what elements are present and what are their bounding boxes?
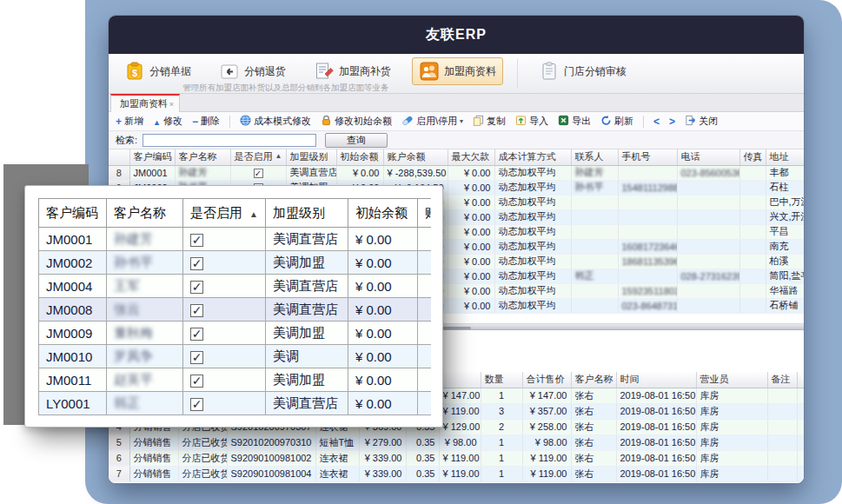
cell: ¥ 98.00	[439, 434, 481, 450]
toolbar-button-启用\停用[interactable]: 启用\停用▾	[401, 115, 463, 129]
blurred-text: 023-85600536	[681, 168, 740, 178]
toolbar-button-删除[interactable]: −删除	[192, 115, 220, 128]
column-header[interactable]: 合计售价	[522, 372, 571, 388]
column-header[interactable]: 手机号	[618, 149, 677, 165]
blurred-text: 孙书平	[114, 255, 153, 269]
table-row[interactable]: JM0010罗凤争✓美调¥ 0.00	[39, 345, 432, 368]
enabled-checkbox[interactable]: ✓	[190, 375, 203, 388]
column-header[interactable]: 是否启用▲	[183, 199, 266, 228]
cell: 1	[481, 466, 522, 481]
cell	[677, 180, 739, 195]
column-header[interactable]: 联系人	[571, 149, 618, 165]
chevron-down-icon[interactable]: ▾	[460, 117, 463, 125]
cell: 韩正	[571, 269, 618, 283]
ribbon-button-2[interactable]: 分销退货	[212, 57, 293, 85]
table-row[interactable]: JM0001孙建芳✓美调直营店¥ 0.00	[39, 228, 432, 251]
cell: S92010200970310	[227, 434, 315, 450]
column-header[interactable]: 最大欠款	[448, 149, 494, 165]
column-header[interactable]: 初始余额	[348, 199, 418, 228]
cell	[739, 224, 766, 239]
enabled-checkbox[interactable]: ✓	[190, 234, 203, 247]
enabled-checkbox[interactable]: ✓	[190, 351, 203, 364]
toolbar-button-导入[interactable]: 导入	[515, 115, 548, 128]
header-row: 客户编码客户名称是否启用▲加盟级别初始余额账	[39, 199, 432, 228]
column-header[interactable]: 数量	[481, 372, 522, 388]
table-row[interactable]: JM0002孙书平✓美调加盟¥ 0.00	[39, 251, 432, 275]
enabled-checkbox[interactable]: ✓	[190, 398, 203, 411]
column-header[interactable]	[439, 372, 481, 388]
blurred-text: 张云	[114, 302, 140, 316]
column-header[interactable]	[797, 372, 804, 388]
cell: 分店已收货	[178, 450, 227, 466]
cell: 连衣裙	[315, 450, 359, 466]
cell: JM0008	[39, 298, 107, 322]
enabled-checkbox[interactable]: ✓	[254, 169, 263, 178]
column-header[interactable]: 账	[418, 199, 432, 228]
column-header[interactable]: 营业员	[696, 372, 767, 388]
toolbar-button-复制[interactable]: 复制	[473, 115, 506, 128]
table-row[interactable]: JM0004王军✓美调直营店¥ 0.00	[39, 275, 432, 298]
cell: 孙建芳	[107, 228, 183, 251]
toolbar-button-chevron-right-icon[interactable]: >	[669, 116, 675, 128]
table-row[interactable]: JM0008张云✓美调直营店¥ 0.00	[39, 298, 432, 322]
cell: 张右	[571, 434, 616, 450]
ribbon-button-1[interactable]: $分销单据	[117, 57, 198, 85]
table-row[interactable]: 8JM0001孙建芳✓美调直营店¥ 0.00¥ -288,539.50¥ 0.0…	[109, 165, 804, 180]
cell: 18681135396	[618, 254, 677, 269]
toolbar-button-成本模式修改[interactable]: 成本模式修改	[240, 115, 311, 128]
edit-triangle-icon: ▲	[153, 116, 161, 127]
search-input[interactable]	[143, 134, 316, 147]
toolbar-button-修改[interactable]: ▲修改	[153, 115, 182, 128]
toolbar-button-刷新[interactable]: 刷新	[600, 115, 633, 128]
toolbar-button-导出[interactable]: 导出	[558, 115, 591, 128]
query-button[interactable]: 查询	[325, 133, 388, 148]
column-header[interactable]: 加盟级别	[286, 149, 336, 165]
column-header[interactable]: 账户余额	[383, 149, 448, 165]
column-header[interactable]: 客户编码	[39, 199, 107, 228]
column-header[interactable]: 初始余额	[336, 149, 383, 165]
column-header[interactable]: 备注	[767, 372, 797, 388]
table-row[interactable]: 6分销销售分店已收货S92090100981002连衣裙¥ 339.000.35…	[109, 450, 804, 466]
table-row[interactable]: JM0009董秋梅✓美调加盟¥ 0.00	[39, 322, 432, 345]
ribbon-group-separator	[517, 59, 518, 89]
column-header[interactable]: 客户名称	[571, 372, 616, 388]
toolbar-button-新增[interactable]: +新增	[116, 115, 143, 128]
blurred-text: 韩正	[114, 395, 140, 410]
table-row[interactable]: 7分销销售分店已收货S92090100981004连衣裙¥ 339.000.35…	[109, 466, 804, 481]
cell: ¥ 339.00	[359, 466, 406, 481]
ribbon-button-5[interactable]: 门店分销审核	[532, 57, 633, 85]
column-header[interactable]: 电话	[677, 149, 739, 165]
enabled-checkbox[interactable]: ✓	[190, 304, 203, 317]
table-row[interactable]: 5分销销售分店已收货S92010200970310短袖T恤¥ 279.000.3…	[109, 434, 804, 450]
column-header[interactable]: 客户编码	[129, 149, 175, 165]
ribbon-button-3[interactable]: 加盟商补货	[307, 57, 398, 85]
column-header[interactable]: 成本计算方式	[494, 149, 571, 165]
tab-close-icon[interactable]: ×	[169, 100, 174, 109]
table-row[interactable]: LY0001韩正✓美调直营店¥ 0.00	[39, 392, 432, 415]
column-header[interactable]: 时间	[616, 372, 696, 388]
column-header[interactable]: 地址	[766, 149, 804, 165]
enabled-checkbox[interactable]: ✓	[190, 257, 203, 270]
column-header[interactable]: 客户名称	[107, 199, 183, 228]
blurred-text: 王军	[114, 278, 140, 293]
enabled-checkbox[interactable]: ✓	[190, 328, 203, 341]
tab-franchisee-info[interactable]: 加盟商资料 ×	[110, 94, 180, 112]
blurred-text: 董秋梅	[114, 325, 153, 340]
column-header[interactable]	[109, 149, 129, 165]
ribbon-button-label: 分销单据	[149, 64, 191, 79]
toolbar-button-chevron-left-icon[interactable]: <	[653, 116, 660, 128]
table-row[interactable]: JM0011赵英平✓美调加盟¥ 0.00	[39, 368, 432, 392]
column-header[interactable]: 是否启用▲	[230, 149, 286, 165]
ribbon-button-4[interactable]: 加盟商资料	[412, 57, 503, 85]
toolbar-button-关闭[interactable]: 关闭	[685, 115, 718, 128]
magnified-customer-grid: 客户编码客户名称是否启用▲加盟级别初始余额账JM0001孙建芳✓美调直营店¥ 0…	[38, 198, 431, 415]
blurred-text: 赵英平	[114, 372, 153, 387]
column-header[interactable]: 加盟级别	[266, 199, 348, 228]
enabled-checkbox[interactable]: ✓	[190, 281, 203, 294]
column-header[interactable]: 客户名称	[175, 149, 230, 165]
cell	[677, 224, 739, 239]
cell: LY0001	[39, 392, 107, 415]
toolbar-button-修改初始余额[interactable]: 修改初始余额	[321, 115, 392, 128]
column-header[interactable]: 传真	[739, 149, 766, 165]
cell: 3	[481, 403, 522, 419]
